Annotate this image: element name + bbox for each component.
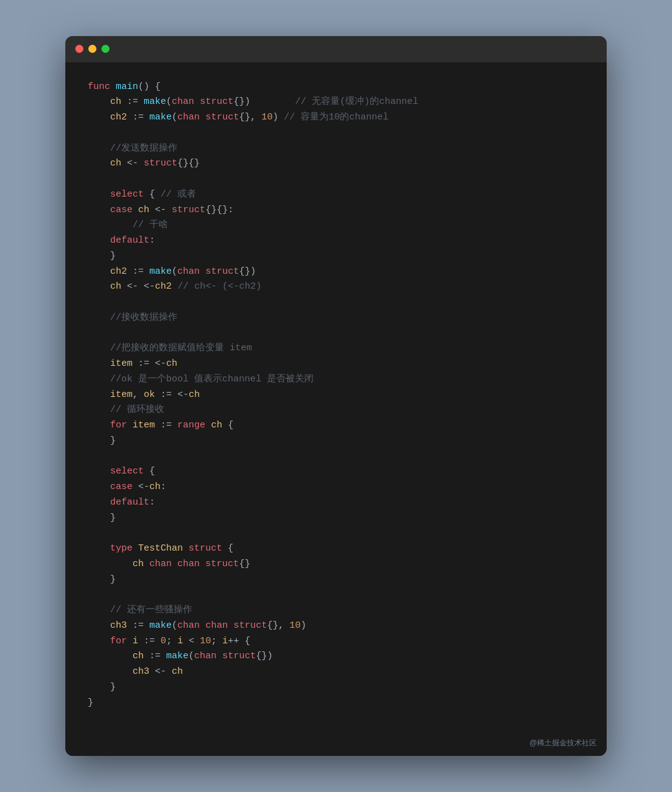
- watermark: @稀土掘金技术社区: [65, 733, 607, 756]
- close-button[interactable]: [75, 45, 83, 53]
- minimize-button[interactable]: [88, 45, 96, 53]
- titlebar: [65, 36, 607, 62]
- code-editor: func main() { ch := make(chan struct{}) …: [65, 62, 607, 734]
- maximize-button[interactable]: [101, 45, 110, 53]
- editor-window: func main() { ch := make(chan struct{}) …: [65, 36, 607, 757]
